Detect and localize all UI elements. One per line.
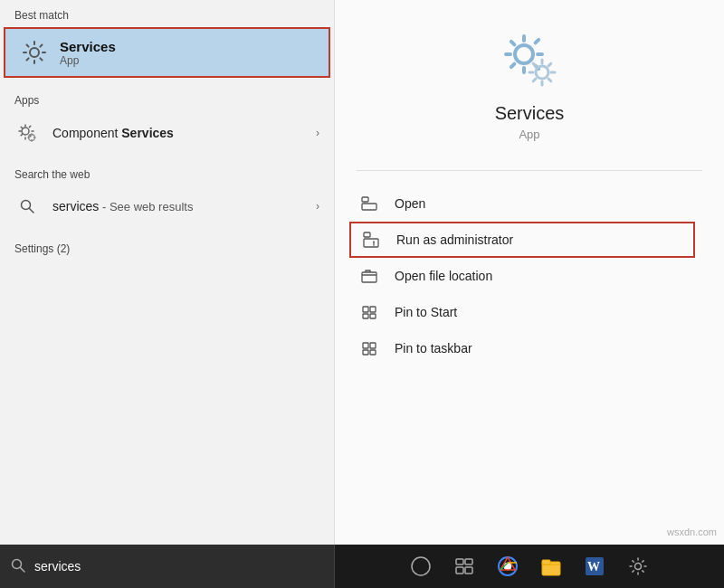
divider	[357, 170, 702, 171]
svg-point-29	[504, 563, 511, 570]
taskbar-icons: W	[335, 553, 724, 580]
app-preview-title: Services	[495, 103, 565, 124]
web-label: Search the web	[0, 159, 334, 186]
svg-rect-15	[370, 314, 376, 318]
open-file-location-action[interactable]: Open file location	[357, 258, 702, 294]
svg-point-6	[536, 66, 548, 79]
file-explorer-icon[interactable]	[538, 553, 565, 580]
svg-line-4	[30, 209, 34, 213]
pin-to-start-label: Pin to Start	[395, 305, 457, 319]
pin-to-taskbar-action[interactable]: Pin to taskbar	[357, 330, 702, 366]
svg-rect-12	[363, 307, 368, 312]
svg-rect-24	[456, 559, 463, 564]
apps-label: Apps	[0, 85, 334, 112]
svg-rect-9	[364, 232, 370, 237]
svg-point-36	[635, 564, 642, 570]
svg-rect-19	[370, 350, 376, 355]
pin-to-taskbar-label: Pin to taskbar	[395, 341, 472, 356]
svg-rect-7	[362, 197, 368, 202]
run-as-admin-label: Run as administrator	[396, 232, 513, 247]
best-match-label: Best match	[0, 0, 334, 27]
right-panel: Services App Open Run as admin	[335, 0, 724, 545]
task-view-button[interactable]	[451, 553, 478, 580]
taskbar: services	[0, 545, 724, 588]
svg-rect-25	[465, 559, 472, 564]
apps-section: Apps Component Services ›	[0, 85, 334, 154]
web-suffix: - See web results	[99, 200, 193, 213]
settings-section: Settings (2)	[0, 233, 334, 261]
svg-rect-26	[456, 567, 463, 574]
open-action[interactable]: Open	[357, 185, 702, 222]
run-as-admin-icon	[358, 230, 384, 250]
svg-rect-16	[363, 343, 368, 348]
taskbar-search[interactable]: services	[0, 545, 335, 588]
chrome-icon[interactable]	[494, 553, 521, 580]
pin-to-taskbar-icon	[357, 338, 382, 358]
word-icon[interactable]: W	[581, 553, 608, 580]
web-query: services	[52, 199, 99, 213]
services-app-icon	[20, 38, 49, 67]
settings-label: Settings (2)	[0, 233, 334, 261]
svg-rect-13	[370, 307, 376, 312]
svg-rect-14	[363, 314, 368, 318]
left-panel: Best match Services App Apps	[0, 0, 335, 545]
component-services-label: Component Services	[52, 126, 174, 140]
component-services-item[interactable]: Component Services ›	[0, 112, 334, 154]
svg-point-22	[412, 557, 430, 575]
taskbar-search-icon	[11, 558, 25, 575]
open-file-location-label: Open file location	[395, 269, 492, 283]
web-search-item[interactable]: services - See web results ›	[0, 186, 334, 226]
run-as-admin-action[interactable]: Run as administrator	[349, 222, 695, 258]
svg-rect-10	[364, 239, 378, 247]
pin-to-start-icon	[357, 302, 382, 322]
svg-rect-33	[542, 560, 550, 564]
svg-rect-11	[362, 272, 376, 282]
open-icon	[357, 194, 382, 213]
watermark: wsxdn.com	[667, 526, 717, 537]
app-preview-icon	[497, 27, 562, 92]
svg-rect-17	[370, 343, 376, 348]
app-preview: Services App	[357, 27, 702, 141]
best-match-text: Services App	[60, 39, 116, 67]
windows-button[interactable]	[407, 553, 434, 580]
web-search-arrow: ›	[316, 200, 319, 213]
svg-point-0	[30, 48, 39, 57]
settings-icon[interactable]	[624, 553, 652, 580]
web-search-icon	[14, 194, 40, 219]
best-match-item[interactable]: Services App	[4, 27, 330, 78]
web-section: Search the web services - See web result…	[0, 159, 334, 226]
component-services-arrow: ›	[316, 127, 319, 139]
taskbar-search-text: services	[34, 559, 81, 574]
svg-point-1	[22, 128, 29, 135]
svg-line-21	[21, 567, 25, 572]
svg-rect-27	[465, 567, 472, 574]
svg-text:W: W	[587, 560, 600, 574]
component-services-icon	[14, 120, 40, 146]
svg-rect-8	[362, 204, 376, 210]
app-preview-subtitle: App	[519, 128, 539, 141]
svg-point-5	[515, 45, 533, 63]
svg-rect-18	[363, 350, 368, 355]
open-label: Open	[395, 196, 425, 211]
open-file-location-icon	[357, 266, 382, 286]
pin-to-start-action[interactable]: Pin to Start	[357, 294, 702, 330]
